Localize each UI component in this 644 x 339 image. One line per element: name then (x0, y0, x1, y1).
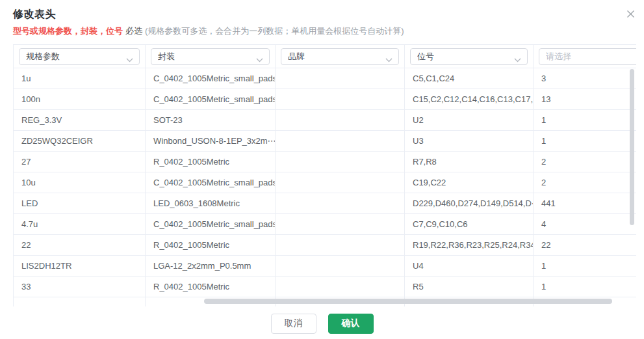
cell-brand (276, 68, 405, 89)
table-row: 33 R_0402_1005Metric R5 1 (14, 277, 636, 297)
cell-package: R_0402_1005Metric (146, 152, 276, 172)
cell-qty: 441 (534, 193, 636, 214)
column-select-brand-value: 品牌 (288, 51, 305, 62)
cell-brand (276, 131, 405, 152)
cell-spec: 100n (14, 89, 146, 110)
table-body: 1u C_0402_1005Metric_small_pads C5,C1,C2… (14, 68, 636, 306)
cell-package: LGA-12_2x2mm_P0.5mm (146, 256, 276, 277)
note-hint: (规格参数可多选，会合并为一列数据；单机用量会根据位号自动计算) (145, 26, 404, 36)
cell-designators: R5 (405, 277, 534, 297)
column-select-package[interactable]: 封装 (151, 48, 270, 65)
cell-designators: R19,R22,R36,R23,R25,R24,R34,⋯ (405, 235, 534, 256)
column-select-unassigned-placeholder: 请选择 (546, 51, 571, 62)
table-row: 22 R_0402_1005Metric R19,R22,R36,R23,R25… (14, 235, 636, 256)
cell-spec: 10u (14, 172, 146, 193)
cell-package: R_0402_1005Metric (146, 277, 276, 297)
column-select-designator-value: 位号 (417, 51, 434, 62)
cell-brand (276, 214, 405, 235)
cell-qty: 3 (534, 68, 636, 89)
table-row: 10u C_0402_1005Metric_small_pads C19,C22… (14, 172, 636, 193)
column-select-spec-value: 规格参数 (26, 51, 60, 62)
cell-brand (276, 235, 405, 256)
table-row: 4.7u C_0402_1005Metric_small_pads C7,C9,… (14, 214, 636, 235)
cell-package: C_0402_1005Metric_small_pads (146, 172, 276, 193)
cell-spec: 22 (14, 235, 146, 256)
cell-package: C_0402_1005Metric_small_pads (146, 68, 276, 89)
cell-qty: 2 (534, 172, 636, 193)
cell-brand (276, 256, 405, 277)
cell-qty: 1 (534, 256, 636, 277)
table-row: REG_3.3V SOT-23 U2 1 (14, 110, 636, 131)
chevron-down-icon (256, 55, 263, 64)
cell-designators: U2 (405, 110, 534, 131)
column-select-brand[interactable]: 品牌 (281, 48, 399, 65)
cell-spec: 1u (14, 68, 146, 89)
cell-qty: 22 (534, 235, 636, 256)
horizontal-scrollbar-thumb[interactable] (204, 299, 612, 304)
cell-designators: U3 (405, 131, 534, 152)
cancel-button[interactable]: 取消 (271, 314, 316, 334)
cell-brand (276, 89, 405, 110)
cell-brand (276, 110, 405, 131)
cell-spec: 33 (14, 277, 146, 297)
modify-table-header-dialog: 修改表头 型号或规格参数，封装，位号必选(规格参数可多选，会合并为一列数据；单机… (0, 0, 644, 339)
cell-qty: 1 (534, 277, 636, 297)
column-select-spec[interactable]: 规格参数 (19, 48, 140, 65)
close-icon[interactable] (625, 8, 636, 20)
column-select-package-value: 封装 (158, 51, 175, 62)
chevron-down-icon (126, 55, 133, 64)
cell-brand (276, 152, 405, 172)
cell-designators: C15,C2,C12,C14,C16,C13,C17,⋯ (405, 89, 534, 110)
required-label: 必选 (125, 26, 142, 36)
column-select-unassigned[interactable]: 请选择 (539, 48, 636, 65)
chevron-down-icon (385, 55, 393, 64)
cell-spec: 4.7u (14, 214, 146, 235)
table-row: 100n C_0402_1005Metric_small_pads C15,C2… (14, 89, 636, 110)
cell-spec (14, 297, 146, 306)
cell-designators: C19,C22 (405, 172, 534, 193)
required-note: 型号或规格参数，封装，位号必选(规格参数可多选，会合并为一列数据；单机用量会根据… (13, 26, 404, 36)
cell-package: R_0402_1005Metric (146, 235, 276, 256)
cell-brand (276, 172, 405, 193)
cell-designators: U4 (405, 256, 534, 277)
column-select-designator[interactable]: 位号 (410, 48, 528, 65)
cell-package: SOT-23 (146, 110, 276, 131)
table-row: LED LED_0603_1608Metric D229,D460,D274,D… (14, 193, 636, 214)
table-row: 27 R_0402_1005Metric R7,R8 2 (14, 152, 636, 172)
cell-qty: 4 (534, 214, 636, 235)
page-title: 修改表头 (13, 8, 56, 21)
cell-designators: C5,C1,C24 (405, 68, 534, 89)
required-fields-text: 型号或规格参数，封装，位号 (13, 26, 123, 36)
cell-package: C_0402_1005Metric_small_pads (146, 89, 276, 110)
confirm-button[interactable]: 确认 (328, 314, 374, 334)
cell-qty: 2 (534, 152, 636, 172)
cell-brand (276, 193, 405, 214)
cell-designators: D229,D460,D274,D149,D514,D⋯ (405, 193, 534, 214)
bom-mapping-table: 规格参数 封装 品牌 (13, 44, 636, 306)
table-header-row: 规格参数 封装 品牌 (14, 45, 636, 68)
table-row: 1u C_0402_1005Metric_small_pads C5,C1,C2… (14, 68, 636, 89)
cell-designators: R7,R8 (405, 152, 534, 172)
cell-spec: LIS2DH12TR (14, 256, 146, 277)
vertical-scrollbar-thumb[interactable] (630, 69, 634, 225)
table-row: ZD25WQ32CEIGR Winbond_USON-8-1EP_3x2m⋯ U… (14, 131, 636, 152)
cell-package: LED_0603_1608Metric (146, 193, 276, 214)
cell-brand (276, 277, 405, 297)
cell-package: C_0402_1005Metric_small_pads (146, 214, 276, 235)
cell-qty: 13 (534, 89, 636, 110)
cell-spec: 27 (14, 152, 146, 172)
dialog-footer: 取消 确认 (0, 312, 644, 335)
cell-spec: LED (14, 193, 146, 214)
chevron-down-icon (514, 55, 521, 64)
table-row: LIS2DH12TR LGA-12_2x2mm_P0.5mm U4 1 (14, 256, 636, 277)
cell-qty: 1 (534, 110, 636, 131)
cell-designators: C7,C9,C10,C6 (405, 214, 534, 235)
cell-spec: REG_3.3V (14, 110, 146, 131)
cell-qty: 1 (534, 131, 636, 152)
cell-spec: ZD25WQ32CEIGR (14, 131, 146, 152)
cell-package: Winbond_USON-8-1EP_3x2m⋯ (146, 131, 276, 152)
